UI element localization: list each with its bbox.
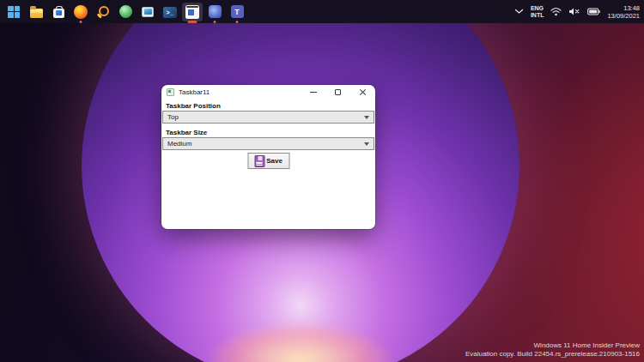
- photo-icon: [142, 7, 154, 17]
- powershell-icon: [163, 7, 177, 18]
- globe-app-button[interactable]: [115, 3, 136, 21]
- firefox-icon: [74, 5, 88, 19]
- close-button[interactable]: [350, 85, 375, 100]
- powershell-button[interactable]: [160, 3, 180, 21]
- clock[interactable]: 13:48 13/09/2021: [607, 4, 640, 20]
- photos-button[interactable]: [137, 3, 158, 21]
- globe-icon: [119, 5, 132, 18]
- minimize-button[interactable]: [301, 85, 325, 100]
- window-app-icon: [167, 88, 174, 96]
- taskbar11-app-icon: [185, 5, 199, 19]
- battery-icon: [587, 8, 600, 15]
- store-bag-icon: [53, 9, 64, 18]
- maximize-button[interactable]: [325, 85, 350, 100]
- network-button[interactable]: [550, 7, 562, 16]
- taskbar11-app-button[interactable]: [182, 3, 203, 21]
- running-indicator-dot: [80, 21, 82, 23]
- save-button[interactable]: Save: [247, 153, 289, 169]
- folder-icon: [30, 9, 43, 18]
- watermark-line1: Windows 11 Home Insider Preview: [465, 341, 640, 350]
- save-button-label: Save: [266, 157, 283, 165]
- system-tray: ENG INTL: [514, 0, 640, 23]
- magnifier-icon: [96, 5, 110, 19]
- active-app-indicator: [188, 21, 197, 23]
- running-indicator-dot: [214, 21, 216, 23]
- taskbar-size-label: Taskbar Size: [166, 129, 207, 136]
- desktop: ENG INTL: [0, 0, 644, 362]
- window-titlebar[interactable]: Taskbar11: [161, 85, 375, 100]
- language-line2: INTL: [531, 12, 544, 19]
- floppy-disk-icon: [254, 155, 264, 167]
- maximize-icon: [335, 89, 341, 95]
- start-button[interactable]: [3, 3, 24, 21]
- volume-muted-icon: [568, 7, 580, 16]
- taskbar: ENG INTL: [0, 0, 644, 23]
- pinned-app-icon: [209, 5, 222, 18]
- tray-overflow-button[interactable]: [514, 9, 524, 15]
- taskbar-size-dropdown[interactable]: Medium: [162, 137, 374, 150]
- dropdown-arrow-icon: [364, 142, 369, 146]
- battery-button[interactable]: [587, 8, 600, 15]
- search-tool-button[interactable]: [93, 3, 113, 21]
- windows-logo-icon: [8, 6, 20, 18]
- tray-date: 13/09/2021: [607, 12, 640, 20]
- taskbar11-window: Taskbar11 Taskbar Position Top Taskbar S…: [161, 85, 375, 229]
- taskbar-pinned-apps: [3, 0, 247, 23]
- dropdown-arrow-icon: [364, 116, 369, 119]
- taskbar-size-value: Medium: [167, 140, 191, 148]
- chevron-down-icon: [514, 9, 524, 15]
- taskbar-position-dropdown[interactable]: Top: [162, 111, 374, 124]
- window-title: Taskbar11: [179, 88, 210, 96]
- language-line1: ENG: [531, 5, 544, 12]
- pinned-app-button[interactable]: [204, 3, 225, 21]
- running-indicator-dot: [236, 21, 239, 23]
- taskbar-position-value: Top: [167, 113, 179, 121]
- firefox-button[interactable]: [70, 3, 91, 21]
- microsoft-store-button[interactable]: [48, 3, 69, 21]
- tray-time: 13:48: [607, 4, 640, 12]
- insider-watermark: Windows 11 Home Insider Preview Evaluati…: [465, 341, 640, 359]
- teams-button[interactable]: [227, 3, 247, 21]
- close-icon: [359, 88, 367, 96]
- file-explorer-button[interactable]: [26, 3, 46, 21]
- watermark-line2: Evaluation copy. Build 22454.rs_prerelea…: [465, 350, 640, 359]
- wifi-icon: [550, 7, 562, 16]
- window-controls: [301, 85, 375, 100]
- volume-button[interactable]: [568, 7, 580, 16]
- language-indicator[interactable]: ENG INTL: [531, 5, 544, 19]
- taskbar-position-label: Taskbar Position: [166, 102, 221, 110]
- minimize-icon: [310, 92, 317, 93]
- teams-icon: [231, 5, 244, 18]
